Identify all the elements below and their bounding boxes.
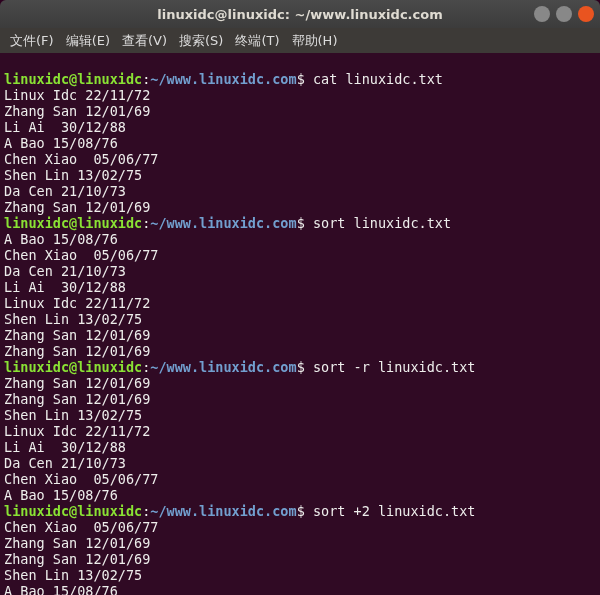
output-line: Zhang San 12/01/69 [4,535,150,551]
output-line: Da Cen 21/10/73 [4,183,126,199]
prompt-symbol: $ [297,359,305,375]
menu-terminal[interactable]: 终端(T) [231,30,283,52]
output-line: A Bao 15/08/76 [4,487,118,503]
window-titlebar: linuxidc@linuxidc: ~/www.linuxidc.com [0,0,600,28]
prompt-user: linuxidc@linuxidc [4,71,142,87]
output-line: Chen Xiao 05/06/77 [4,247,158,263]
menu-file[interactable]: 文件(F) [6,30,58,52]
output-line: Chen Xiao 05/06/77 [4,151,158,167]
output-line: Linux Idc 22/11/72 [4,423,150,439]
output-line: A Bao 15/08/76 [4,231,118,247]
output-line: Li Ai 30/12/88 [4,439,126,455]
command-sort: sort linuxidc.txt [313,215,451,231]
output-line: Chen Xiao 05/06/77 [4,519,158,535]
output-line: Linux Idc 22/11/72 [4,295,150,311]
output-line: Li Ai 30/12/88 [4,279,126,295]
output-line: Shen Lin 13/02/75 [4,311,142,327]
prompt-user: linuxidc@linuxidc [4,215,142,231]
output-line: A Bao 15/08/76 [4,583,118,595]
output-line: Li Ai 30/12/88 [4,119,126,135]
prompt-path: ~/www.linuxidc.com [150,71,296,87]
prompt-path: ~/www.linuxidc.com [150,359,296,375]
window-title: linuxidc@linuxidc: ~/www.linuxidc.com [157,7,442,22]
window-controls [534,6,594,22]
output-line: Chen Xiao 05/06/77 [4,471,158,487]
menu-view[interactable]: 查看(V) [118,30,171,52]
menu-help[interactable]: 帮助(H) [288,30,342,52]
output-line: Zhang San 12/01/69 [4,391,150,407]
output-line: Zhang San 12/01/69 [4,343,150,359]
output-line: Zhang San 12/01/69 [4,327,150,343]
prompt-path: ~/www.linuxidc.com [150,215,296,231]
prompt-symbol: $ [297,215,305,231]
prompt-symbol: $ [297,503,305,519]
close-button[interactable] [578,6,594,22]
command-sort-r: sort -r linuxidc.txt [313,359,476,375]
output-line: A Bao 15/08/76 [4,135,118,151]
command-cat: cat linuxidc.txt [313,71,443,87]
menu-search[interactable]: 搜索(S) [175,30,227,52]
prompt-user: linuxidc@linuxidc [4,359,142,375]
output-line: Linux Idc 22/11/72 [4,87,150,103]
prompt-symbol: $ [297,71,305,87]
prompt-path: ~/www.linuxidc.com [150,503,296,519]
terminal-area[interactable]: linuxidc@linuxidc:~/www.linuxidc.com$ ca… [0,53,600,595]
menu-edit[interactable]: 编辑(E) [62,30,114,52]
output-line: Shen Lin 13/02/75 [4,567,142,583]
output-line: Zhang San 12/01/69 [4,103,150,119]
output-line: Da Cen 21/10/73 [4,455,126,471]
minimize-button[interactable] [534,6,550,22]
command-sort-plus2: sort +2 linuxidc.txt [313,503,476,519]
output-line: Zhang San 12/01/69 [4,551,150,567]
prompt-user: linuxidc@linuxidc [4,503,142,519]
output-line: Shen Lin 13/02/75 [4,407,142,423]
menu-bar: 文件(F) 编辑(E) 查看(V) 搜索(S) 终端(T) 帮助(H) [0,28,600,53]
output-line: Zhang San 12/01/69 [4,199,150,215]
output-line: Zhang San 12/01/69 [4,375,150,391]
maximize-button[interactable] [556,6,572,22]
output-line: Da Cen 21/10/73 [4,263,126,279]
output-line: Shen Lin 13/02/75 [4,167,142,183]
